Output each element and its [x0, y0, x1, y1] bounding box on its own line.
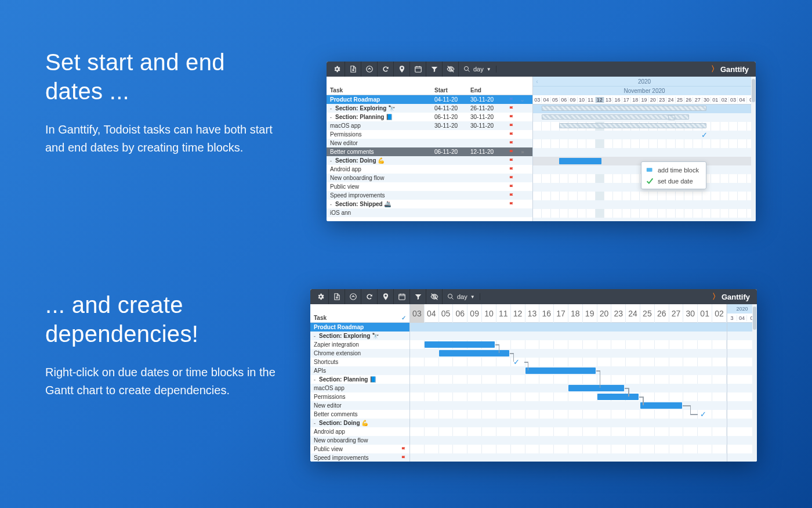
collapse-icon[interactable]: [361, 62, 378, 77]
day-cell: 17: [554, 304, 568, 323]
gantt-row[interactable]: [410, 436, 727, 445]
export-icon[interactable]: [329, 289, 345, 304]
task-row[interactable]: Speed improvements: [327, 191, 532, 200]
promo-body-1: In Ganttify, Todoist tasks can have both…: [45, 121, 289, 157]
collapse-icon[interactable]: [345, 289, 361, 304]
task-row[interactable]: iOS ann: [327, 208, 532, 217]
task-row[interactable]: -Section: Doing 💪: [310, 419, 409, 427]
task-list-panel: Task Start End Product Roadmap 04-11-20 …: [327, 77, 533, 221]
task-row[interactable]: Permissions: [310, 392, 409, 401]
task-row[interactable]: Better comments: [310, 410, 409, 419]
gantt-row[interactable]: [410, 332, 727, 340]
task-row[interactable]: Speed improvements: [310, 453, 409, 462]
context-menu[interactable]: add time block set due date: [641, 161, 706, 189]
location-icon[interactable]: [378, 289, 394, 304]
gantt-row[interactable]: [533, 192, 756, 200]
gantt-row[interactable]: [410, 445, 727, 453]
gantt-panel[interactable]: 0304050609101112131617181920232425262730…: [410, 304, 757, 462]
location-icon[interactable]: [394, 62, 410, 77]
filter-icon[interactable]: [426, 62, 443, 77]
gantt-row[interactable]: [410, 453, 727, 462]
task-row[interactable]: New editor: [310, 401, 409, 410]
zoom-dropdown[interactable]: day ▼: [443, 293, 480, 300]
menu-add-time-block[interactable]: add time block: [641, 164, 706, 175]
gantt-row[interactable]: [533, 148, 756, 157]
zoom-dropdown[interactable]: day ▼: [459, 66, 496, 73]
gantt-bar[interactable]: [542, 114, 689, 120]
task-row[interactable]: New onboarding flow: [310, 436, 409, 445]
task-row[interactable]: APIs: [310, 366, 409, 375]
col-check-icon: ✓: [398, 315, 409, 321]
task-row[interactable]: -Section: Doing 💪: [327, 156, 532, 165]
visibility-off-icon[interactable]: [443, 62, 459, 77]
gantt-panel[interactable]: ‹ 2020 › November 2020 03040506091011121…: [533, 77, 756, 221]
gantt-row[interactable]: [533, 139, 756, 148]
gantt-bar[interactable]: [640, 402, 682, 409]
gantt-row[interactable]: [533, 209, 756, 218]
task-row[interactable]: Shortcuts: [310, 358, 409, 366]
day-cell: 05: [439, 304, 454, 323]
gantt-bar[interactable]: [559, 158, 601, 164]
task-row[interactable]: macOS app 30-11-20 30-11-20: [327, 121, 532, 130]
refresh-icon[interactable]: [361, 289, 378, 304]
task-row[interactable]: New onboarding flow: [327, 174, 532, 182]
task-row[interactable]: Permissions: [327, 130, 532, 139]
task-row[interactable]: New editor: [327, 139, 532, 147]
scrollbar-vertical[interactable]: [752, 304, 757, 462]
gantt-grid[interactable]: ✓✓: [410, 323, 727, 462]
gantt-row[interactable]: [410, 375, 727, 384]
task-label: macOS app: [310, 385, 398, 391]
gantt-bar[interactable]: [525, 368, 596, 374]
export-icon[interactable]: [345, 62, 361, 77]
task-row[interactable]: Product Roadmap: [310, 323, 409, 332]
task-row[interactable]: -Section: Exploring 🔭 04-11-20 26-11-20: [327, 104, 532, 113]
calendar-icon[interactable]: [394, 289, 410, 304]
gantt-bar[interactable]: [425, 341, 495, 348]
gantt-bar[interactable]: [559, 123, 706, 128]
task-row[interactable]: Android app: [310, 427, 409, 436]
task-row[interactable]: macOS app: [310, 384, 409, 392]
gantt-row[interactable]: [410, 323, 727, 332]
due-check-icon[interactable]: ✓: [700, 410, 706, 419]
task-row[interactable]: Chrome extension: [310, 349, 409, 358]
task-row[interactable]: -Section: Shipped 🚢: [327, 200, 532, 208]
gantt-row[interactable]: [533, 131, 756, 139]
task-row[interactable]: -Section: Exploring 🔭: [310, 332, 409, 340]
gantt-bar[interactable]: [597, 394, 639, 400]
task-row[interactable]: -Section: Planning 📘: [310, 375, 409, 384]
task-row[interactable]: Better comments 06-11-20 12-11-20 »: [327, 147, 532, 156]
due-check-icon[interactable]: ✓: [513, 358, 520, 366]
zoom-label: day: [473, 66, 484, 73]
day-cell: 27: [669, 304, 684, 323]
scrollbar-vertical[interactable]: [751, 77, 756, 221]
gantt-bar[interactable]: [568, 385, 624, 391]
calendar-icon[interactable]: [410, 62, 426, 77]
task-flag: [506, 149, 517, 155]
gantt-row[interactable]: [410, 410, 727, 419]
task-label: New editor: [310, 402, 398, 409]
task-row[interactable]: -Section: Planning 📘 06-11-20 30-11-20: [327, 113, 532, 121]
task-row[interactable]: Zapier integration: [310, 340, 409, 349]
day-cell: 09: [467, 304, 482, 323]
gantt-row[interactable]: [410, 427, 727, 436]
filter-icon[interactable]: [410, 289, 426, 304]
gantt-row[interactable]: [410, 392, 727, 401]
gantt-row[interactable]: [533, 218, 756, 221]
gantt-row[interactable]: [410, 419, 727, 427]
visibility-off-icon[interactable]: [426, 289, 443, 304]
menu-set-due-date[interactable]: set due date: [641, 175, 706, 186]
task-row[interactable]: Android app: [327, 165, 532, 174]
due-check-icon[interactable]: ✓: [701, 131, 708, 139]
settings-icon[interactable]: [329, 62, 345, 77]
brand-logo: 〉Ganttify: [712, 291, 755, 302]
gantt-bar[interactable]: [542, 106, 706, 111]
gantt-row[interactable]: [410, 358, 727, 366]
task-row[interactable]: Product Roadmap 04-11-20 30-11-20 ⌄: [327, 95, 532, 104]
gantt-row[interactable]: [533, 200, 756, 209]
task-row[interactable]: Public view: [327, 182, 532, 191]
prev-period-icon[interactable]: ‹: [533, 77, 541, 86]
zoom-label: day: [457, 293, 467, 300]
task-row[interactable]: Public view: [310, 445, 409, 453]
settings-icon[interactable]: [313, 289, 329, 304]
refresh-icon[interactable]: [378, 62, 394, 77]
